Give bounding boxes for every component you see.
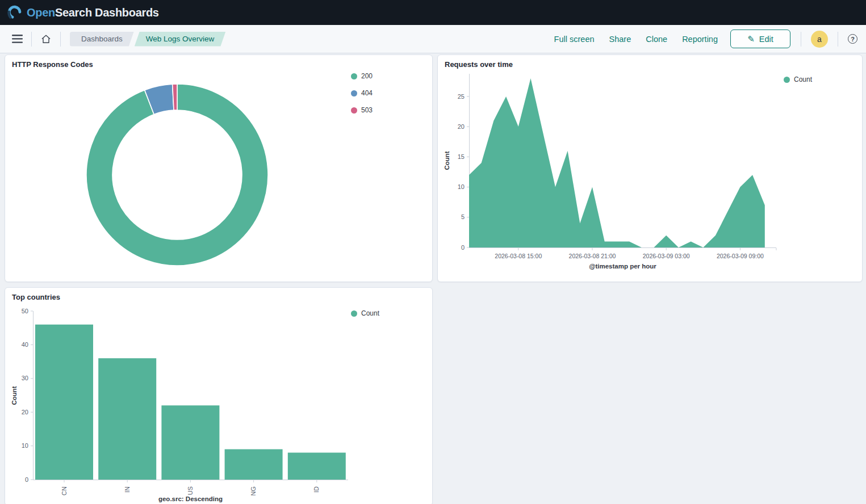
- panel-title[interactable]: Requests over time: [445, 60, 513, 69]
- svg-text:CN: CN: [61, 486, 68, 495]
- legend-item-count[interactable]: Count: [351, 309, 379, 317]
- panel-title[interactable]: Top countries: [12, 293, 60, 301]
- legend-swatch: [351, 73, 357, 79]
- panel-top-countries: Top countries 01020304050CNINUSNGIDgeo.s…: [5, 287, 433, 504]
- toolbar-actions: Full screen Share Clone Reporting ✎ Edit…: [547, 30, 859, 48]
- user-avatar[interactable]: a: [811, 31, 828, 48]
- opensearch-logo-icon: [7, 5, 22, 20]
- app-root: OpenSearch Dashboards Dashboards Web Log…: [0, 0, 866, 503]
- svg-text:US: US: [187, 486, 194, 495]
- home-icon[interactable]: [36, 30, 56, 49]
- svg-text:5: 5: [461, 213, 465, 220]
- legend-label: 200: [361, 72, 373, 80]
- brand-search: Search: [55, 6, 92, 19]
- legend-item-count[interactable]: Count: [784, 75, 812, 83]
- svg-text:@timestamp per hour: @timestamp per hour: [589, 263, 656, 270]
- legend-label: 404: [361, 89, 373, 97]
- svg-text:NG: NG: [250, 486, 257, 496]
- panel-title[interactable]: HTTP Response Codes: [12, 60, 93, 69]
- legend: 200 404 503: [351, 72, 373, 114]
- breadcrumbs: Dashboards Web Logs Overview: [70, 32, 225, 47]
- brand-text: OpenSearch Dashboards: [27, 6, 159, 19]
- menu-hamburger-icon[interactable]: [7, 30, 27, 49]
- divider: [31, 32, 32, 47]
- global-header: OpenSearch Dashboards: [0, 0, 866, 25]
- brand-home-link[interactable]: OpenSearch Dashboards: [7, 5, 159, 20]
- svg-text:2026-03-09 03:00: 2026-03-09 03:00: [643, 253, 690, 259]
- clone-link[interactable]: Clone: [646, 35, 667, 44]
- svg-text:ID: ID: [313, 486, 320, 493]
- svg-text:20: 20: [458, 123, 465, 130]
- legend-item-200[interactable]: 200: [351, 72, 373, 80]
- svg-text:0: 0: [25, 476, 28, 483]
- pencil-icon: ✎: [747, 35, 755, 43]
- legend-label: Count: [794, 75, 812, 83]
- divider: [801, 32, 801, 47]
- svg-text:IN: IN: [124, 486, 131, 493]
- brand-open: Open: [27, 6, 55, 19]
- legend-swatch: [784, 77, 790, 83]
- legend: Count: [351, 309, 379, 317]
- svg-text:2026-03-08 21:00: 2026-03-08 21:00: [569, 253, 616, 259]
- svg-text:Count: Count: [11, 386, 18, 405]
- reporting-link[interactable]: Reporting: [682, 35, 718, 44]
- svg-text:30: 30: [22, 375, 28, 381]
- legend-label: 503: [361, 106, 373, 114]
- svg-text:0: 0: [461, 244, 465, 251]
- edit-button-label: Edit: [759, 35, 773, 44]
- legend-label: Count: [361, 309, 379, 317]
- svg-text:10: 10: [22, 442, 28, 449]
- svg-text:2026-03-09 09:00: 2026-03-09 09:00: [717, 253, 764, 259]
- svg-text:2026-03-08 15:00: 2026-03-08 15:00: [495, 253, 542, 259]
- legend-swatch: [351, 310, 357, 317]
- brand-dashboards: Dashboards: [92, 6, 159, 19]
- divider: [838, 32, 838, 47]
- breadcrumb-dashboards[interactable]: Dashboards: [70, 32, 134, 47]
- divider: [60, 32, 61, 47]
- svg-text:40: 40: [22, 341, 28, 348]
- help-icon[interactable]: ?: [848, 34, 857, 44]
- legend: Count: [784, 75, 812, 83]
- share-link[interactable]: Share: [609, 35, 631, 44]
- svg-text:20: 20: [22, 409, 28, 415]
- svg-text:25: 25: [458, 93, 465, 100]
- dashboard-grid: HTTP Response Codes 200 404 503 Requests: [0, 53, 866, 503]
- svg-text:Count: Count: [444, 151, 450, 170]
- area-chart[interactable]: 05101520252026-03-08 15:002026-03-08 21:…: [438, 55, 862, 282]
- legend-swatch: [351, 90, 357, 96]
- breadcrumb-current-page[interactable]: Web Logs Overview: [135, 32, 226, 47]
- edit-button[interactable]: ✎ Edit: [730, 30, 790, 48]
- bar-chart[interactable]: 01020304050CNINUSNGIDgeo.src: Descending…: [5, 288, 432, 504]
- svg-text:geo.src: Descending: geo.src: Descending: [158, 495, 223, 502]
- svg-text:10: 10: [458, 183, 465, 190]
- panel-requests-over-time: Requests over time 05101520252026-03-08 …: [437, 54, 863, 282]
- svg-text:50: 50: [22, 308, 28, 314]
- full-screen-link[interactable]: Full screen: [554, 35, 595, 44]
- legend-swatch: [351, 107, 357, 114]
- svg-text:15: 15: [458, 153, 465, 160]
- toolbar: Dashboards Web Logs Overview Full screen…: [0, 25, 866, 53]
- panel-http-response-codes: HTTP Response Codes 200 404 503: [5, 54, 433, 282]
- legend-item-404[interactable]: 404: [351, 89, 373, 97]
- legend-item-503[interactable]: 503: [351, 106, 373, 114]
